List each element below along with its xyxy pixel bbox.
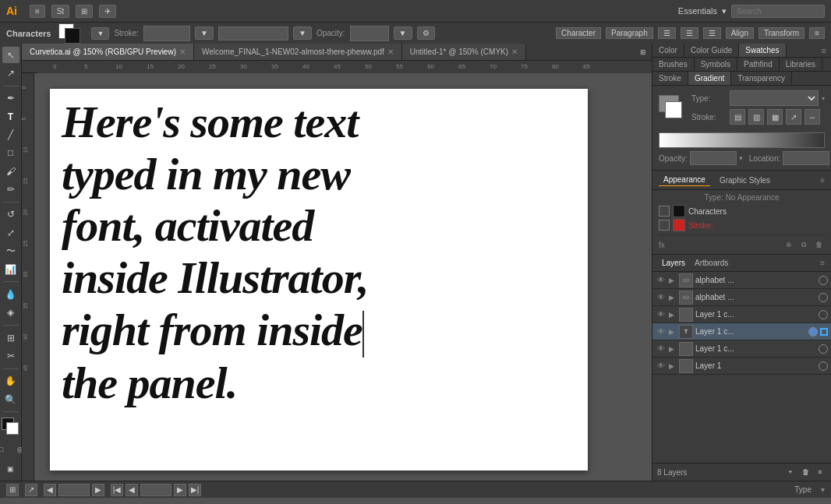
layer-item-4[interactable]: 👁 ▶ Layer 1 c... [652,340,831,358]
expand-arrow-4[interactable]: ▶ [669,345,677,353]
paragraph-btn[interactable]: Paragraph [606,27,653,39]
search-input[interactable] [731,5,825,18]
artboard[interactable]: Here's some text typed in my new font, a… [50,89,588,471]
change-screen-btn[interactable]: ▣ [2,461,19,478]
appear-new-btn[interactable]: ⊕ [783,238,795,251]
zoom-prev-btn[interactable]: ◀ [44,484,56,496]
pen-tool[interactable]: ✒ [2,90,19,107]
expand-arrow-1[interactable]: ▶ [669,294,677,301]
appear-delete-btn[interactable]: 🗑 [812,238,825,251]
page-first-btn[interactable]: |◀ [111,484,123,496]
characters-fill-swatch[interactable] [673,205,685,217]
select-tool[interactable]: ↖ [2,47,19,63]
artboards-tab[interactable]: Artboards [691,257,731,269]
appear-duplicate-btn[interactable]: ⧉ [797,238,810,251]
layer-item-5[interactable]: 👁 ▶ Layer 1 [652,358,831,375]
settings-btn[interactable]: ⚙ [417,26,435,40]
zoom-tool[interactable]: 🔍 [2,391,19,407]
align-btn[interactable]: Align [726,27,754,39]
graph-tool[interactable]: 📊 [2,261,19,277]
expand-arrow-5[interactable]: ▶ [669,362,677,370]
color-tab[interactable]: Color [652,44,684,57]
tab-close-welcome[interactable]: ✕ [387,48,394,56]
type-select[interactable] [730,90,819,106]
direct-select-tool[interactable]: ↗ [2,65,19,81]
arrange-docs-btn[interactable]: ⊞ [635,44,652,61]
stroke-checkbox[interactable] [659,220,670,231]
layers-tab[interactable]: Layers [659,257,688,269]
slice-tool[interactable]: ✂ [2,347,19,364]
gradient-swatch-group[interactable] [659,95,687,123]
layer-item-0[interactable]: 👁 ▶ ab alphabet ... [652,272,831,289]
hand-tool[interactable]: ✋ [2,373,19,389]
color-guide-tab[interactable]: Color Guide [684,44,739,57]
pencil-tool[interactable]: ✏ [2,181,19,197]
grad-swatch-2[interactable] [665,101,682,118]
menu-btn-3[interactable]: ⊞ [76,5,93,18]
expand-arrow-0[interactable]: ▶ [669,277,677,284]
normal-mode-btn[interactable]: □ [0,441,10,458]
tab-close-untitled[interactable]: ✕ [511,48,518,56]
stroke-options-btn[interactable]: ▼ [91,27,109,40]
layers-menu-btn[interactable]: ≡ [814,466,826,478]
tab-welcome[interactable]: Welcome_FINAL_1-NEW02-almost-there-pheww… [194,44,402,60]
stroke-dropdown-btn[interactable]: ▼ [195,26,214,40]
symbols-tab[interactable]: Symbols [695,58,737,71]
line-tool[interactable]: ╱ [2,126,19,143]
zoom-next-btn[interactable]: ▶ [92,484,104,496]
tab-close-curvetica[interactable]: ✕ [179,48,186,56]
graphic-styles-tab[interactable]: Graphic Styles [715,174,775,186]
flip-btn[interactable]: ↔ [804,109,820,125]
paint-brush-tool[interactable]: 🖌 [2,163,19,179]
characters-checkbox[interactable] [659,206,670,217]
layers-menu-icon[interactable]: ≡ [820,259,825,267]
rotate-tool[interactable]: ↺ [2,206,19,223]
chevron-down-icon[interactable]: ▾ [722,6,727,16]
stroke-swatch[interactable] [65,28,80,44]
layer-item-2[interactable]: 👁 ▶ Layer 1 c... [652,306,831,323]
pathfind-tab[interactable]: Pathfind [737,58,780,71]
libraries-tab[interactable]: Libraries [780,58,822,71]
document-canvas[interactable]: Here's some text typed in my new font, a… [34,73,652,481]
eye-icon-4[interactable]: 👁 [656,344,667,354]
page-last-btn[interactable]: ▶| [189,484,201,496]
eye-icon-3[interactable]: 👁 [656,326,667,337]
font-dropdown-btn[interactable]: ▼ [293,26,312,40]
tab-curvetica[interactable]: Curvetica.ai @ 150% (RGB/GPU Preview) ✕ [22,44,194,60]
expand-arrow-2[interactable]: ▶ [669,311,677,319]
opacity-dropdown-icon[interactable]: ▾ [739,154,743,162]
zoom-out-btn[interactable]: ⊞ [6,484,19,496]
color-swatches[interactable] [58,23,83,44]
transform-btn[interactable]: Transform [759,27,804,39]
character-btn[interactable]: Character [556,27,601,39]
transparency-tab[interactable]: Transparency [731,72,792,85]
eye-icon-1[interactable]: 👁 [656,292,667,303]
stroke-swatch-red[interactable] [673,219,685,231]
panel-menu-btn[interactable]: ≡ [809,27,825,39]
fill-stroke-swatches[interactable] [2,418,20,435]
tab-untitled[interactable]: Untitled-1* @ 150% (CMYK) ✕ [402,44,526,60]
opacity-dropdown-btn[interactable]: ▼ [394,26,412,40]
stroke-icon-1[interactable]: ▤ [730,109,745,125]
eye-icon-5[interactable]: 👁 [656,361,667,372]
stroke-input[interactable] [143,26,190,41]
angle-btn[interactable]: ↗ [786,109,801,125]
rect-tool[interactable]: □ [2,145,19,161]
align-justify-center-btn[interactable]: ☰ [681,27,698,39]
stroke-icon-3[interactable]: ▦ [767,109,783,125]
location-input[interactable] [783,151,829,165]
stroke-tab[interactable]: Stroke [652,72,688,85]
expand-arrow-3[interactable]: ▶ [669,328,677,336]
page-next-btn[interactable]: ▶ [174,484,186,496]
opacity-input[interactable]: 100% [350,26,389,41]
new-layer-btn[interactable]: + [784,466,797,478]
gradient-tab[interactable]: Gradient [688,72,731,85]
page-input[interactable]: 1 [140,484,172,496]
scale-tool[interactable]: ⤢ [2,224,19,241]
align-justify-left-btn[interactable]: ☰ [658,27,676,39]
brushes-tab[interactable]: Brushes [652,58,695,71]
warp-tool[interactable]: 〜 [2,243,19,259]
menu-btn-2[interactable]: St [51,5,69,18]
panel-menu-icon[interactable]: ≡ [817,46,831,55]
page-prev-btn[interactable]: ◀ [126,484,138,496]
